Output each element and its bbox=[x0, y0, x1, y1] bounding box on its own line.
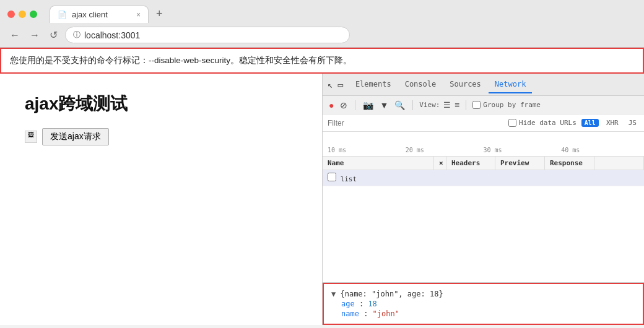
group-by-frame-checkbox[interactable] bbox=[472, 101, 481, 109]
row-extra bbox=[594, 170, 644, 186]
devtools-detail-panel: ▼ {name: "john", age: 18} age : 18 name … bbox=[323, 282, 644, 325]
devtools-panel: ↖ ▭ Elements Console Sources Network ● ⊘… bbox=[322, 74, 644, 325]
send-ajax-button[interactable]: 发送ajax请求 bbox=[42, 128, 109, 145]
network-table: Name × Headers Preview Response list bbox=[323, 157, 644, 282]
hide-data-urls-checkbox[interactable] bbox=[508, 119, 516, 127]
devtools-tool-icons: ↖ ▭ bbox=[328, 80, 343, 90]
cursor-icon[interactable]: ↖ bbox=[328, 80, 333, 90]
tab-sources[interactable]: Sources bbox=[443, 76, 487, 93]
row-preview bbox=[495, 170, 545, 186]
page-title: ajax跨域测试 bbox=[25, 92, 297, 116]
title-bar: 📄 ajax client × + bbox=[0, 0, 644, 23]
tab-console[interactable]: Console bbox=[399, 76, 443, 93]
grid-view-icon[interactable]: ≡ bbox=[455, 100, 459, 110]
tab-elements[interactable]: Elements bbox=[349, 76, 398, 93]
hide-data-urls-label[interactable]: Hide data URLs bbox=[508, 119, 577, 127]
address-bar: ← → ↺ ⓘ localhost:3001 bbox=[0, 23, 644, 47]
window-control-close[interactable] bbox=[7, 11, 15, 18]
col-headers[interactable]: Headers bbox=[446, 157, 495, 170]
forward-button[interactable]: → bbox=[27, 28, 42, 42]
col-preview[interactable]: Preview bbox=[495, 157, 545, 170]
separator-2 bbox=[412, 100, 413, 110]
json-name-line: name : "john" bbox=[341, 309, 635, 319]
camera-button[interactable]: 📷 bbox=[362, 99, 375, 111]
xhr-filter-tag[interactable]: XHR bbox=[604, 118, 621, 127]
hide-data-text: Hide data URLs bbox=[519, 119, 577, 127]
separator-3 bbox=[466, 100, 466, 110]
col-response[interactable]: Response bbox=[545, 157, 594, 170]
tab-title: ajax client bbox=[72, 10, 108, 19]
json-colon-1: : bbox=[359, 300, 368, 308]
group-by-frame-label[interactable]: Group by frame bbox=[472, 101, 541, 109]
separator bbox=[355, 100, 355, 110]
tab-close-button[interactable]: × bbox=[136, 11, 141, 19]
view-label: View: bbox=[419, 101, 440, 109]
browser-chrome: 📄 ajax client × + ← → ↺ ⓘ localhost:3001 bbox=[0, 0, 644, 48]
row-headers bbox=[446, 170, 495, 186]
secure-icon: ⓘ bbox=[73, 30, 80, 40]
tl-label-10ms: 10 ms bbox=[328, 147, 346, 153]
col-extra bbox=[594, 157, 644, 170]
col-name: Name bbox=[323, 157, 434, 170]
device-icon[interactable]: ▭ bbox=[337, 80, 342, 90]
row-name: list bbox=[323, 170, 434, 186]
back-button[interactable]: ← bbox=[7, 28, 22, 42]
response-detail-content: ▼ {name: "john", age: 18} age : 18 name … bbox=[323, 283, 644, 325]
tab-bar: 📄 ajax client × + bbox=[50, 5, 168, 23]
json-expand-arrow[interactable]: ▼ bbox=[331, 290, 340, 298]
filter-input[interactable] bbox=[328, 119, 503, 127]
main-area: ajax跨域测试 🖼 发送ajax请求 ↖ ▭ Elements Console… bbox=[0, 74, 644, 325]
group-by-frame-text: Group by frame bbox=[483, 101, 541, 109]
json-root-line: ▼ {name: "john", age: 18} bbox=[331, 289, 635, 299]
json-age-key: age bbox=[341, 300, 355, 308]
address-url: localhost:3001 bbox=[84, 30, 140, 40]
search-button[interactable]: 🔍 bbox=[393, 99, 406, 111]
json-age-line: age : 18 bbox=[341, 299, 635, 309]
json-age-value: 18 bbox=[368, 300, 376, 308]
tl-label-40ms: 40 ms bbox=[561, 147, 580, 153]
json-colon-2: : bbox=[363, 309, 372, 318]
col-close[interactable]: × bbox=[434, 157, 446, 170]
list-view-icon[interactable]: ☰ bbox=[443, 100, 451, 110]
window-control-maximize[interactable] bbox=[30, 11, 37, 18]
address-bar-input-wrap[interactable]: ⓘ localhost:3001 bbox=[65, 27, 350, 43]
json-name-key: name bbox=[341, 309, 359, 318]
row-checkbox[interactable] bbox=[328, 173, 336, 181]
json-root-value: {name: "john", age: 18} bbox=[340, 290, 443, 298]
filter-toggle-button[interactable]: ▼ bbox=[378, 99, 389, 111]
tl-label-20ms: 20 ms bbox=[406, 147, 424, 153]
clear-button[interactable]: ⊘ bbox=[339, 99, 349, 111]
page-content: ajax跨域测试 🖼 发送ajax请求 bbox=[0, 74, 322, 325]
table-row[interactable]: list bbox=[323, 170, 644, 186]
js-filter-tag[interactable]: JS bbox=[626, 118, 639, 127]
row-response bbox=[545, 170, 594, 186]
window-control-minimize[interactable] bbox=[19, 11, 26, 18]
devtools-tabs: ↖ ▭ Elements Console Sources Network bbox=[323, 74, 644, 96]
record-button[interactable]: ● bbox=[328, 99, 335, 111]
browser-tab-active[interactable]: 📄 ajax client × bbox=[50, 6, 149, 23]
row-close bbox=[434, 170, 446, 186]
warning-text: 您使用的是不受支持的命令行标记：--disable-web-security。稳… bbox=[10, 55, 352, 66]
devtools-filter-bar: Hide data URLs All XHR JS bbox=[323, 114, 644, 132]
reload-button[interactable]: ↺ bbox=[47, 28, 60, 42]
page-actions: 🖼 发送ajax请求 bbox=[25, 128, 297, 145]
json-name-value: "john" bbox=[373, 309, 399, 318]
devtools-timeline: 10 ms 20 ms 30 ms 40 ms bbox=[323, 132, 644, 157]
devtools-toolbar: ● ⊘ 📷 ▼ 🔍 View: ☰ ≡ Group by frame bbox=[323, 96, 644, 114]
tab-network[interactable]: Network bbox=[489, 76, 533, 93]
window-controls bbox=[7, 11, 37, 18]
all-filter-badge[interactable]: All bbox=[581, 119, 599, 127]
broken-image: 🖼 bbox=[25, 131, 37, 143]
tab-page-icon: 📄 bbox=[58, 11, 67, 19]
table-header: Name × Headers Preview Response bbox=[323, 157, 644, 170]
tl-label-30ms: 30 ms bbox=[484, 147, 502, 153]
timeline-labels: 10 ms 20 ms 30 ms 40 ms bbox=[328, 147, 639, 156]
new-tab-button[interactable]: + bbox=[151, 5, 168, 23]
warning-banner: 您使用的是不受支持的命令行标记：--disable-web-security。稳… bbox=[0, 48, 644, 74]
